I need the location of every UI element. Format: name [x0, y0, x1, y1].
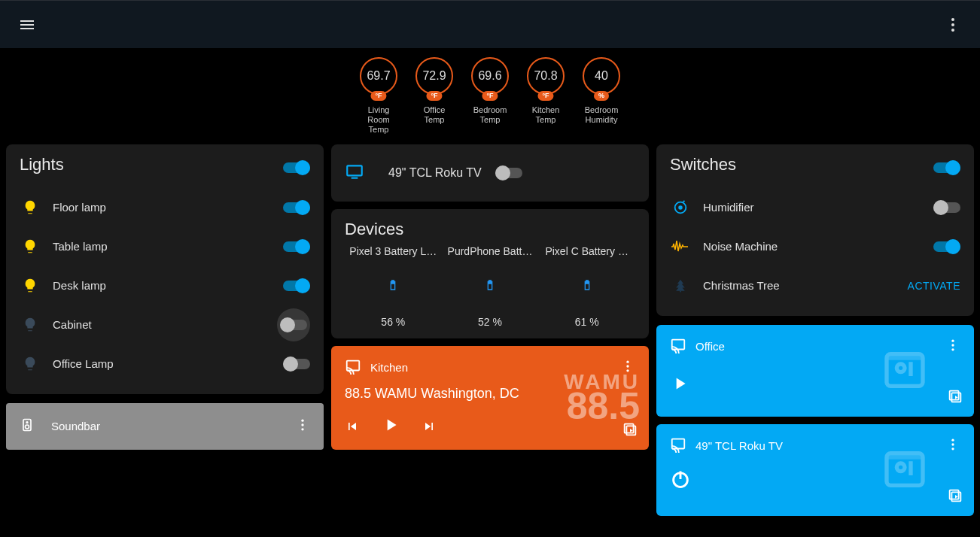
cast-icon	[670, 337, 686, 356]
svg-point-31	[951, 438, 954, 441]
sensor-label: Bedroom Humidity	[585, 105, 619, 125]
svg-point-24	[951, 344, 954, 346]
sensor-unit: °F	[537, 91, 553, 101]
queue-icon[interactable]	[622, 421, 638, 441]
svg-point-23	[951, 339, 954, 341]
tv-toggle[interactable]	[495, 165, 522, 181]
device-value: 56 %	[345, 316, 442, 328]
device-value: 52 %	[442, 316, 539, 328]
soundbar-card[interactable]: Soundbar	[6, 403, 324, 450]
queue-icon[interactable]	[947, 487, 963, 507]
light-row-desk-lamp[interactable]: Desk lamp	[20, 266, 310, 305]
switch-label: Noise Machine	[703, 240, 921, 253]
switch-row-noise-machine[interactable]: Noise Machine	[670, 227, 960, 266]
sensor-unit: °F	[426, 91, 442, 101]
menu-icon[interactable]	[18, 16, 36, 34]
sensor-label: Bedroom Temp	[473, 105, 507, 125]
cast-label: Office	[695, 340, 725, 353]
svg-rect-19	[680, 290, 681, 292]
switch-label: Christmas Tree	[703, 279, 896, 292]
light-toggle[interactable]	[283, 356, 310, 372]
switch-toggle[interactable]	[933, 239, 960, 254]
light-toggle[interactable]	[283, 239, 310, 254]
sensor-bedroom-humidity[interactable]: 40% Bedroom Humidity	[580, 57, 623, 135]
tree-icon	[670, 278, 691, 294]
play-icon[interactable]	[381, 415, 400, 438]
lightbulb-icon	[20, 317, 41, 333]
sensor-unit: °F	[482, 91, 498, 101]
switch-label: Humidifier	[703, 201, 921, 214]
play-icon[interactable]	[670, 383, 689, 396]
queue-icon[interactable]	[947, 388, 963, 408]
wave-icon	[670, 241, 691, 253]
svg-rect-16	[625, 423, 634, 432]
light-label: Office Lamp	[53, 357, 271, 370]
sensor-value: 40	[595, 69, 608, 83]
sensor-bedroom-temp[interactable]: 69.6°F Bedroom Temp	[468, 57, 512, 135]
svg-point-18	[679, 206, 682, 209]
switch-toggle[interactable]	[933, 200, 960, 215]
device-name[interactable]: Pixel 3 Battery L…	[345, 245, 442, 257]
sensor-living-room-temp[interactable]: 69.7°F Living Room Temp	[357, 57, 400, 135]
overflow-icon[interactable]	[944, 16, 962, 34]
overflow-icon[interactable]	[945, 338, 960, 355]
light-label: Floor lamp	[53, 201, 271, 214]
light-toggle[interactable]	[277, 308, 310, 341]
svg-rect-37	[950, 490, 959, 499]
overflow-icon[interactable]	[295, 417, 310, 435]
media-title: 88.5 WAMU Washington, DC	[345, 386, 635, 402]
device-value: 61 %	[538, 316, 635, 328]
sensor-value: 69.7	[367, 69, 390, 83]
svg-point-25	[951, 348, 954, 350]
skip-next-icon[interactable]	[422, 419, 437, 434]
svg-rect-22	[672, 339, 685, 349]
switches-title: Switches	[670, 155, 736, 174]
sensor-unit: °F	[370, 91, 386, 101]
svg-point-33	[951, 448, 954, 450]
soundbar-label: Soundbar	[51, 420, 295, 432]
skip-previous-icon[interactable]	[345, 419, 360, 434]
svg-point-32	[951, 443, 954, 445]
power-icon[interactable]	[670, 469, 960, 493]
light-toggle[interactable]	[283, 278, 310, 293]
sensor-value: 72.9	[422, 69, 446, 83]
cast-icon	[670, 436, 686, 455]
light-label: Table lamp	[53, 240, 271, 253]
sensor-row: 69.7°F Living Room Temp 72.9°F Office Te…	[0, 48, 980, 138]
svg-rect-11	[347, 360, 360, 370]
sensor-kitchen-temp[interactable]: 70.8°F Kitchen Temp	[524, 57, 568, 135]
lights-master-toggle[interactable]	[283, 160, 310, 175]
lights-card: Lights Floor lamp Table lamp Desk lamp	[6, 144, 324, 394]
devices-card: Devices Pixel 3 Battery L… PurdPhone Bat…	[331, 209, 649, 338]
cast-label: Kitchen	[370, 361, 408, 374]
tv-label: 49" TCL Roku TV	[388, 166, 482, 180]
switches-master-toggle[interactable]	[933, 160, 960, 175]
humidifier-icon	[670, 199, 691, 216]
switch-row-christmas-tree[interactable]: Christmas Tree ACTIVATE	[670, 266, 960, 305]
light-row-floor-lamp[interactable]: Floor lamp	[20, 188, 310, 227]
media-card-kitchen: WAMU 88.5 Kitchen 88.5 WAMU Washington, …	[331, 346, 649, 450]
light-row-cabinet[interactable]: Cabinet	[20, 305, 310, 344]
lightbulb-icon	[20, 238, 41, 255]
switches-card: Switches Humidifier Noise Machine Christ…	[656, 144, 974, 316]
media-card-tv: 49" TCL Roku TV	[656, 424, 974, 516]
light-row-office-lamp[interactable]: Office Lamp	[20, 344, 310, 384]
light-toggle[interactable]	[283, 200, 310, 215]
svg-point-7	[301, 423, 303, 426]
device-name[interactable]: Pixel C Battery …	[538, 245, 635, 257]
svg-rect-30	[672, 438, 685, 448]
device-name[interactable]: PurdPhone Batt…	[442, 245, 539, 257]
svg-point-2	[951, 29, 954, 32]
activate-button[interactable]: ACTIVATE	[908, 280, 960, 292]
sensor-unit: %	[594, 91, 609, 101]
switch-row-humidifier[interactable]: Humidifier	[670, 188, 960, 227]
battery-icon	[442, 277, 539, 296]
sensor-office-temp[interactable]: 72.9°F Office Temp	[412, 57, 456, 135]
overflow-icon[interactable]	[945, 437, 960, 454]
lightbulb-icon	[20, 278, 41, 294]
light-label: Desk lamp	[53, 279, 271, 292]
battery-icon	[538, 277, 635, 296]
sensor-label: Kitchen Temp	[532, 105, 560, 125]
light-row-table-lamp[interactable]: Table lamp	[20, 227, 310, 266]
overflow-icon[interactable]	[620, 359, 635, 376]
